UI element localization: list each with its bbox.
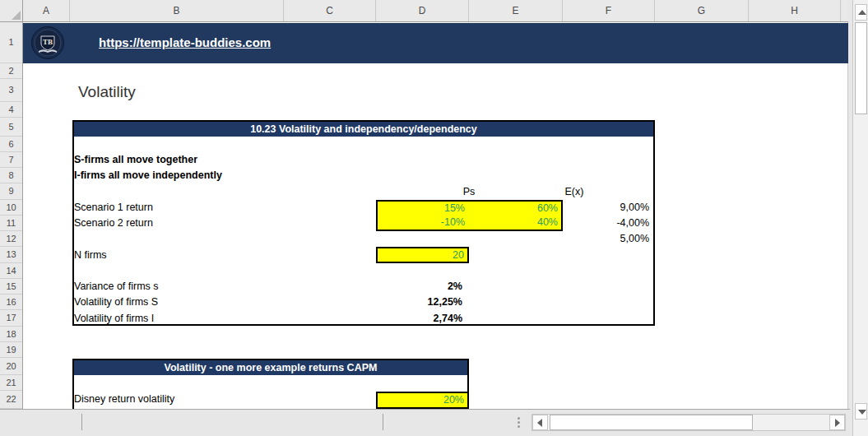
tab-bar-divider <box>81 414 82 430</box>
column-header-band: A B C D E F G H <box>23 0 848 22</box>
horizontal-scroll-thumb[interactable] <box>550 415 753 430</box>
scenario1-expected-value: 9,00% <box>563 200 652 216</box>
row-header[interactable]: 8 <box>0 168 22 183</box>
n-firms-input[interactable]: 20 <box>376 247 469 263</box>
svg-text:TB: TB <box>43 38 53 46</box>
disney-volatility-input[interactable]: 20% <box>376 392 469 409</box>
brand-banner: TB https://template-buddies.com <box>23 23 848 63</box>
row-header[interactable]: 5 <box>0 118 22 137</box>
row-header[interactable]: 10 <box>0 200 22 216</box>
select-all-corner[interactable] <box>0 0 23 22</box>
scenario2-expected-value: -4,00% <box>563 216 652 231</box>
template-buddies-link[interactable]: https://template-buddies.com <box>99 35 271 49</box>
scenario1-label: Scenario 1 return <box>74 200 153 216</box>
row-header[interactable]: 17 <box>0 310 22 327</box>
row-header[interactable]: 12 <box>0 231 22 247</box>
row-header-gutter: 1 2 3 4 5 6 7 8 9 10 11 12 13 14 15 16 1… <box>0 22 23 409</box>
row-header[interactable]: 9 <box>0 183 22 200</box>
row-header[interactable]: 6 <box>0 137 22 152</box>
scenario1-return-input[interactable]: 15% <box>378 202 468 216</box>
table1-note1: S-firms all move together <box>74 152 197 168</box>
table1-title-bar: 10.23 Volatility and independency/depend… <box>74 122 653 137</box>
arrow-right-icon <box>835 419 840 427</box>
column-header-f[interactable]: F <box>563 0 655 21</box>
spreadsheet-grid[interactable]: TB https://template-buddies.com Volatili… <box>23 22 848 409</box>
row-header[interactable]: 19 <box>0 342 22 358</box>
splitter-dots-icon[interactable] <box>518 417 520 420</box>
n-firms-label: N firms <box>74 247 107 263</box>
scenario-input-block[interactable]: 15% 60% -10% 40% <box>376 200 563 231</box>
row-header[interactable]: 22 <box>0 391 22 409</box>
row-header[interactable]: 7 <box>0 152 22 168</box>
stat-value: 2,74% <box>376 310 466 327</box>
vertical-scroll-thumb[interactable] <box>855 22 867 114</box>
table2-title-bar: Volatility - one more example returns CA… <box>74 360 467 375</box>
stat-label: Volatility of firms I <box>74 310 154 327</box>
arrow-down-icon <box>858 410 866 415</box>
table1-header-ps: Ps <box>444 183 494 200</box>
row-header[interactable]: 4 <box>0 102 22 118</box>
row-header[interactable]: 13 <box>0 247 22 263</box>
stat-label: Volatility of firms S <box>74 295 158 310</box>
column-header-h[interactable]: H <box>749 0 841 21</box>
row-header[interactable]: 15 <box>0 279 22 295</box>
select-all-triangle-icon <box>12 11 21 20</box>
disney-volatility-label: Disney return volatility <box>74 391 174 408</box>
page-title: Volatility <box>78 83 136 101</box>
splitter-dots-icon[interactable] <box>518 421 520 424</box>
template-buddies-logo: TB <box>31 26 64 59</box>
arrow-up-icon <box>858 10 866 15</box>
vertical-scrollbar[interactable] <box>852 0 868 436</box>
row-header[interactable]: 16 <box>0 295 22 310</box>
scenario2-label: Scenario 2 return <box>74 216 153 231</box>
row-header[interactable]: 2 <box>0 63 22 79</box>
scenario2-return-input[interactable]: -10% <box>378 216 468 230</box>
scroll-down-button[interactable] <box>855 403 867 420</box>
row-header[interactable]: 1 <box>0 22 22 63</box>
column-header-e[interactable]: E <box>469 0 563 21</box>
scroll-right-button[interactable] <box>829 415 845 430</box>
scenario2-prob-input[interactable]: 40% <box>468 216 561 230</box>
row-header[interactable]: 21 <box>0 375 22 391</box>
horizontal-scrollbar[interactable] <box>531 414 846 431</box>
column-header-g[interactable]: G <box>655 0 749 21</box>
stat-label: Variance of firms s <box>74 279 159 295</box>
tab-bar-divider <box>383 414 383 430</box>
scroll-up-button[interactable] <box>855 4 867 21</box>
arrow-left-icon <box>537 419 542 427</box>
stat-value: 2% <box>376 279 466 295</box>
table1-header-ex: E(x) <box>550 183 599 200</box>
row-header[interactable]: 14 <box>0 263 22 279</box>
scenario1-prob-input[interactable]: 60% <box>468 202 561 216</box>
stat-value: 12,25% <box>376 295 466 310</box>
row-header[interactable]: 20 <box>0 358 22 375</box>
table1-note2: I-firms all move independently <box>74 168 222 183</box>
scroll-left-button[interactable] <box>532 415 548 430</box>
column-header-b[interactable]: B <box>70 0 284 21</box>
splitter-dots-icon[interactable] <box>518 425 520 428</box>
column-header-c[interactable]: C <box>284 0 376 21</box>
row-header[interactable]: 3 <box>0 79 22 102</box>
column-header-d[interactable]: D <box>376 0 469 21</box>
expected-sum-value: 5,00% <box>563 231 652 247</box>
row-header[interactable]: 18 <box>0 327 22 342</box>
column-header-a[interactable]: A <box>23 0 70 21</box>
row-header[interactable]: 11 <box>0 216 22 231</box>
